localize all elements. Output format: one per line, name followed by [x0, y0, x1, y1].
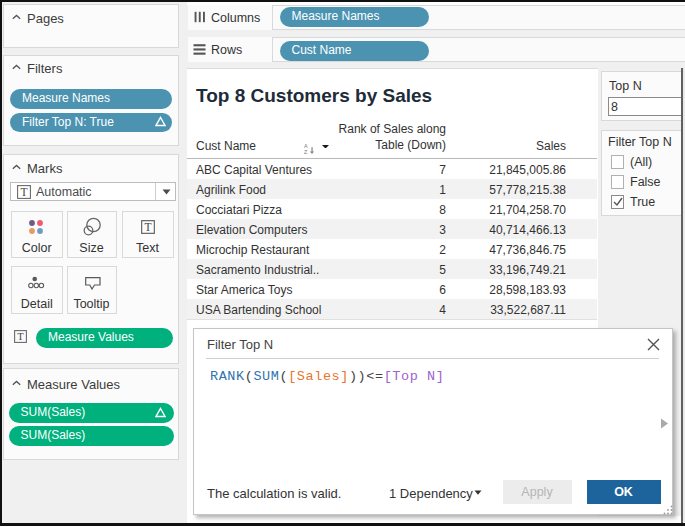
svg-text:T: T — [17, 331, 24, 342]
svg-text:T: T — [20, 186, 27, 198]
svg-text:T: T — [144, 221, 151, 233]
